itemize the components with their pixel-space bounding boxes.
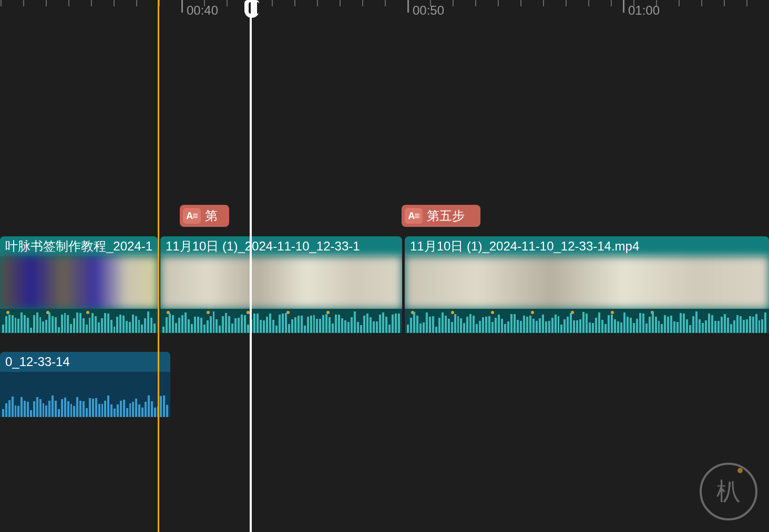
clip-audio-waveform (0, 393, 170, 417)
ruler-tick (475, 0, 476, 6)
ruler-tick (520, 0, 521, 6)
ruler-tick (679, 0, 680, 6)
time-ruler[interactable]: 00:4000:5001:00 (0, 0, 769, 21)
ruler-tick (362, 0, 363, 6)
ruler-tick (588, 0, 589, 6)
audio-clip[interactable]: 0_12-33-14 (0, 352, 170, 417)
ruler-tick-major (407, 0, 409, 13)
ruler-tick (91, 0, 92, 6)
video-clip[interactable]: 11月10日 (1)_2024-11-10_12-33-1 (160, 236, 402, 333)
ruler-tick (611, 0, 612, 6)
ruler-tick (317, 0, 318, 6)
ruler-tick (543, 0, 544, 6)
video-track[interactable]: 叶脉书签制作教程_2024-111月10日 (1)_2024-11-10_12-… (0, 236, 769, 333)
clip-audio-waveform (0, 309, 158, 333)
ruler-tick (227, 0, 228, 6)
ruler-tick (159, 0, 160, 6)
clip-title: 0_12-33-14 (0, 352, 170, 372)
ruler-label: 00:40 (187, 3, 218, 18)
clip-body (0, 372, 170, 417)
ruler-tick (249, 0, 250, 6)
text-effect-icon (405, 208, 423, 224)
clip-audio-waveform (160, 309, 402, 333)
clip-thumbnail (405, 256, 769, 309)
clip-title: 11月10日 (1)_2024-11-10_12-33-14.mp4 (405, 236, 769, 256)
ruler-tick-major (181, 0, 183, 13)
ruler-tick (23, 0, 24, 6)
ruler-tick (385, 0, 386, 6)
clip-audio-waveform (405, 309, 769, 333)
ruler-tick (498, 0, 499, 6)
text-clip[interactable]: 第五步 (402, 205, 480, 227)
clip-thumbnail (0, 256, 158, 309)
ruler-tick (272, 0, 273, 6)
video-clip[interactable]: 叶脉书签制作教程_2024-1 (0, 236, 158, 333)
ruler-label: 00:50 (413, 3, 444, 18)
timeline-panel[interactable]: 00:4000:5001:00 第第五步 叶脉书签制作教程_2024-111月1… (0, 0, 769, 532)
text-clip-label: 第五步 (427, 207, 465, 224)
ruler-tick (294, 0, 295, 6)
ruler-tick (724, 0, 725, 6)
watermark-text: 朳 (716, 475, 741, 508)
text-effect-icon (183, 208, 201, 224)
video-clip[interactable]: 11月10日 (1)_2024-11-10_12-33-14.mp4 (405, 236, 769, 333)
ruler-tick (1, 0, 2, 6)
ruler-tick (340, 0, 341, 6)
text-clip-label: 第 (205, 207, 218, 224)
ruler-tick (68, 0, 69, 6)
ruler-tick (566, 0, 567, 6)
ruler-tick (114, 0, 115, 6)
clip-title: 11月10日 (1)_2024-11-10_12-33-1 (160, 236, 402, 256)
watermark-logo: 朳 (700, 463, 757, 520)
ruler-tick (701, 0, 702, 6)
ruler-tick (46, 0, 47, 6)
text-clip[interactable]: 第 (180, 205, 229, 227)
clip-title: 叶脉书签制作教程_2024-1 (0, 236, 158, 256)
ruler-tick-major (623, 0, 624, 13)
clip-thumbnail (160, 256, 402, 309)
ruler-tick (453, 0, 454, 6)
ruler-tick (746, 0, 747, 6)
audio-track[interactable]: 0_12-33-14 (0, 352, 769, 417)
text-track[interactable]: 第第五步 (0, 205, 769, 227)
ruler-label: 01:00 (628, 3, 660, 18)
ruler-tick (136, 0, 137, 6)
